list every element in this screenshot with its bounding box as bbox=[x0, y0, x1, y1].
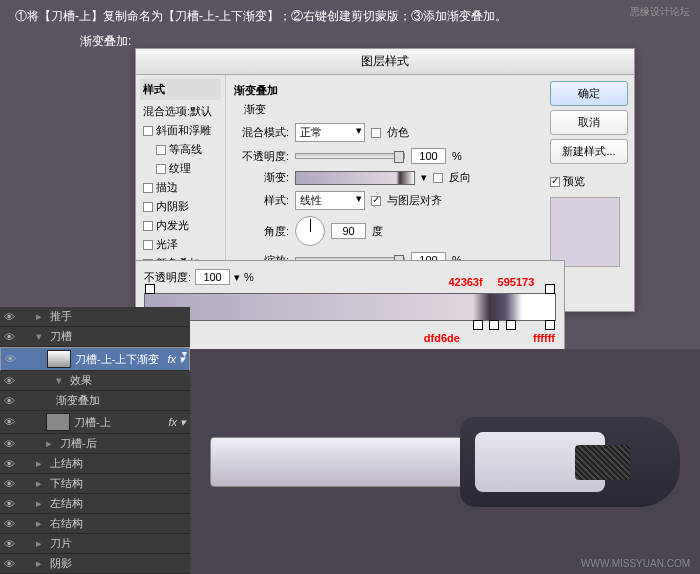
layer-name: 刀片 bbox=[50, 536, 72, 551]
style-inner-shadow[interactable]: 内阴影 bbox=[140, 197, 221, 216]
visibility-icon[interactable]: 👁 bbox=[4, 458, 18, 470]
layer-name: 刀槽-后 bbox=[60, 436, 97, 451]
blend-mode-label: 混合模式: bbox=[234, 125, 289, 140]
opacity-slider[interactable] bbox=[295, 153, 405, 159]
layer-name: 刀槽 bbox=[50, 329, 72, 344]
fold-icon[interactable]: ▸ bbox=[36, 497, 46, 510]
reverse-checkbox[interactable] bbox=[433, 173, 443, 183]
visibility-icon[interactable]: 👁 bbox=[4, 331, 18, 343]
layer-row[interactable]: 👁渐变叠加 bbox=[0, 391, 190, 411]
knife-handle bbox=[460, 417, 680, 507]
visibility-icon[interactable]: 👁 bbox=[4, 438, 18, 450]
cancel-button[interactable]: 取消 bbox=[550, 110, 628, 135]
dither-label: 仿色 bbox=[387, 125, 409, 140]
layer-row[interactable]: 👁刀槽-上fx ▾ bbox=[0, 411, 190, 434]
knife-grip bbox=[575, 445, 630, 480]
fold-icon[interactable]: ▾ bbox=[56, 374, 66, 387]
style-field-label: 样式: bbox=[234, 193, 289, 208]
color-stop[interactable] bbox=[506, 320, 516, 330]
dither-checkbox[interactable] bbox=[371, 128, 381, 138]
style-satin[interactable]: 光泽 bbox=[140, 235, 221, 254]
visibility-icon[interactable]: 👁 bbox=[4, 311, 18, 323]
fold-icon[interactable]: ▸ bbox=[36, 557, 46, 570]
layer-row[interactable]: 👁▾刀槽 bbox=[0, 327, 190, 347]
layer-name: 下结构 bbox=[50, 476, 83, 491]
preview-checkbox[interactable] bbox=[550, 177, 560, 187]
visibility-icon[interactable]: 👁 bbox=[4, 478, 18, 490]
style-select[interactable]: 线性 bbox=[295, 191, 365, 210]
fold-icon[interactable]: ▸ bbox=[36, 310, 46, 323]
layer-name: 左结构 bbox=[50, 496, 83, 511]
opacity-input[interactable] bbox=[411, 148, 446, 164]
ed-opacity-input[interactable] bbox=[195, 269, 230, 285]
layer-name: 渐变叠加 bbox=[56, 393, 100, 408]
visibility-icon[interactable]: 👁 bbox=[5, 353, 19, 365]
align-checkbox[interactable] bbox=[371, 196, 381, 206]
layer-row[interactable]: 👁刀槽-上-上下渐变fx ▾ bbox=[0, 347, 190, 371]
angle-label: 角度: bbox=[234, 224, 289, 239]
fold-icon[interactable]: ▸ bbox=[36, 517, 46, 530]
fx-badge[interactable]: fx ▾ bbox=[168, 416, 186, 429]
style-texture[interactable]: 纹理 bbox=[140, 159, 221, 178]
layer-row[interactable]: 👁▾效果 bbox=[0, 371, 190, 391]
layer-name: 阴影 bbox=[50, 556, 72, 571]
color-stop[interactable] bbox=[545, 320, 555, 330]
layer-name: 上结构 bbox=[50, 456, 83, 471]
visibility-icon[interactable]: 👁 bbox=[4, 558, 18, 570]
angle-unit: 度 bbox=[372, 224, 383, 239]
style-contour[interactable]: 等高线 bbox=[140, 140, 221, 159]
layer-row[interactable]: 👁▸左结构 bbox=[0, 494, 190, 514]
style-header: 样式 bbox=[140, 79, 221, 100]
opacity-label: 不透明度: bbox=[234, 149, 289, 164]
gradient-preview[interactable] bbox=[295, 171, 415, 185]
layer-row[interactable]: 👁▸推手 bbox=[0, 307, 190, 327]
angle-input[interactable] bbox=[331, 223, 366, 239]
visibility-icon[interactable]: 👁 bbox=[4, 518, 18, 530]
layer-row[interactable]: 👁▸右结构 bbox=[0, 514, 190, 534]
layer-row[interactable]: 👁▸阴影 bbox=[0, 554, 190, 574]
color-stop[interactable] bbox=[473, 320, 483, 330]
layer-name: 右结构 bbox=[50, 516, 83, 531]
fold-icon[interactable]: ▸ bbox=[36, 477, 46, 490]
fold-icon[interactable]: ▸ bbox=[46, 437, 56, 450]
drop-icon[interactable]: ▾ bbox=[234, 271, 240, 284]
layer-row[interactable]: 👁▸刀片 bbox=[0, 534, 190, 554]
color-hex-2: dfd6de bbox=[424, 332, 460, 344]
section-title: 渐变叠加 bbox=[234, 83, 536, 98]
fold-icon[interactable]: ▾ bbox=[36, 330, 46, 343]
new-style-button[interactable]: 新建样式... bbox=[550, 139, 628, 164]
color-stop[interactable] bbox=[489, 320, 499, 330]
visibility-icon[interactable]: 👁 bbox=[4, 395, 18, 407]
opacity-stop[interactable] bbox=[145, 284, 155, 294]
ok-button[interactable]: 确定 bbox=[550, 81, 628, 106]
layer-row[interactable]: 👁▸上结构 bbox=[0, 454, 190, 474]
blend-options[interactable]: 混合选项:默认 bbox=[140, 102, 221, 121]
fold-icon[interactable]: ▸ bbox=[36, 537, 46, 550]
align-label: 与图层对齐 bbox=[387, 193, 442, 208]
style-inner-glow[interactable]: 内发光 bbox=[140, 216, 221, 235]
opacity-stop[interactable] bbox=[545, 284, 555, 294]
layers-panel: 👁▸推手👁▾刀槽👁刀槽-上-上下渐变fx ▾👁▾效果👁渐变叠加👁刀槽-上fx ▾… bbox=[0, 307, 190, 574]
subsection-title: 渐变 bbox=[244, 102, 536, 117]
blend-mode-select[interactable]: 正常 bbox=[295, 123, 365, 142]
ed-opacity-unit: % bbox=[244, 271, 254, 283]
gradient-field-label: 渐变: bbox=[234, 170, 289, 185]
layer-name: 推手 bbox=[50, 309, 72, 324]
gradient-bar[interactable]: aea7c0 dfd6de 42363f 595173 ffffff bbox=[144, 293, 556, 321]
gradient-dropdown-icon[interactable]: ▾ bbox=[421, 171, 427, 184]
visibility-icon[interactable]: 👁 bbox=[4, 498, 18, 510]
visibility-icon[interactable]: 👁 bbox=[4, 538, 18, 550]
watermark-url: WWW.MISSYUAN.COM bbox=[581, 558, 690, 569]
visibility-icon[interactable]: 👁 bbox=[4, 416, 18, 428]
layer-name: 刀槽-上-上下渐变 bbox=[75, 352, 159, 367]
style-bevel[interactable]: 斜面和浮雕 bbox=[140, 121, 221, 140]
layer-row[interactable]: 👁▸刀槽-后 bbox=[0, 434, 190, 454]
layer-thumb bbox=[47, 350, 71, 368]
visibility-icon[interactable]: 👁 bbox=[4, 375, 18, 387]
preview-swatch bbox=[550, 197, 620, 267]
fold-icon[interactable]: ▸ bbox=[36, 457, 46, 470]
angle-dial[interactable] bbox=[295, 216, 325, 246]
style-stroke[interactable]: 描边 bbox=[140, 178, 221, 197]
fx-badge[interactable]: fx ▾ bbox=[167, 353, 185, 366]
layer-row[interactable]: 👁▸下结构 bbox=[0, 474, 190, 494]
